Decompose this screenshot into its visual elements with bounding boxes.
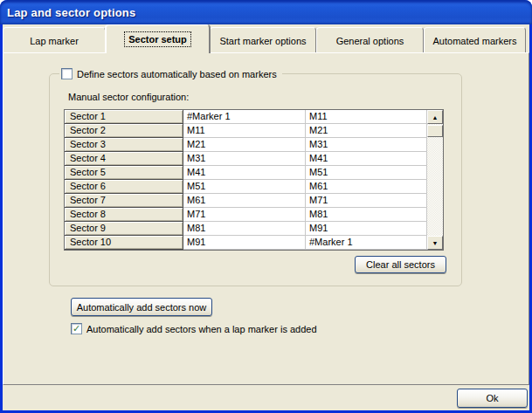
start-marker-cell[interactable]: M11 (183, 124, 306, 138)
tab-automated-markers[interactable]: Automated markers (424, 27, 526, 53)
tab-label: General options (336, 36, 404, 46)
scroll-up-button[interactable]: ▲ (427, 110, 443, 124)
sector-name-cell: Sector 1 (65, 110, 183, 124)
start-marker-cell[interactable]: M71 (183, 208, 306, 222)
end-marker-cell[interactable]: M11 (306, 110, 427, 124)
checkmark-icon: ✓ (73, 324, 80, 334)
checkbox-label: Define sectors automatically based on ma… (77, 69, 277, 79)
start-marker-cell[interactable]: M21 (183, 138, 306, 152)
start-marker-cell[interactable]: M91 (183, 236, 306, 250)
table-row: Sector 8 M71 M81 (65, 208, 427, 222)
checkbox-box[interactable]: ✓ (71, 323, 82, 334)
window-title: Lap and sector options (0, 6, 135, 19)
start-marker-cell[interactable]: #Marker 1 (183, 110, 306, 124)
sector-name-cell: Sector 3 (65, 138, 183, 152)
start-marker-cell[interactable]: M51 (183, 180, 306, 194)
scroll-down-button[interactable]: ▼ (427, 236, 443, 250)
end-marker-cell[interactable]: M81 (306, 208, 427, 222)
end-marker-cell[interactable]: M31 (306, 138, 427, 152)
start-marker-cell[interactable]: M81 (183, 222, 306, 236)
sector-setup-page: ✓ Define sectors automatically based on … (3, 52, 529, 385)
table-row: Sector 10 M91 #Marker 1 (65, 236, 427, 250)
dialog-body: Lap marker Sector setup Start marker opt… (3, 24, 529, 410)
ok-button[interactable]: Ok (457, 389, 528, 408)
scroll-down-icon: ▼ (432, 240, 439, 246)
table-scrollbar[interactable]: ▲ ▼ (427, 110, 443, 250)
end-marker-cell[interactable]: M21 (306, 124, 427, 138)
auto-add-checkbox[interactable]: ✓ Automatically add sectors when a lap m… (71, 323, 317, 334)
table-row: Sector 3 M21 M31 (65, 138, 427, 152)
table-row: Sector 9 M81 M91 (65, 222, 427, 236)
sector-name-cell: Sector 4 (65, 152, 183, 166)
sector-name-cell: Sector 5 (65, 166, 183, 180)
table-row: Sector 2 M11 M21 (65, 124, 427, 138)
checkbox-label: Automatically add sectors when a lap mar… (86, 324, 317, 334)
sector-table-rows: Sector 1 #Marker 1 M11 Sector 2 M11 M21 … (65, 110, 427, 250)
start-marker-cell[interactable]: M61 (183, 194, 306, 208)
sector-name-cell: Sector 7 (65, 194, 183, 208)
table-row: Sector 7 M61 M71 (65, 194, 427, 208)
tab-label: Sector setup (125, 32, 190, 46)
sector-table: Sector 1 #Marker 1 M11 Sector 2 M11 M21 … (64, 109, 444, 251)
end-marker-cell[interactable]: M71 (306, 194, 427, 208)
tab-label: Start marker options (219, 36, 306, 46)
title-bar[interactable]: Lap and sector options (0, 0, 532, 24)
add-sectors-now-button[interactable]: Automatically add sectors now (71, 298, 212, 316)
sector-name-cell: Sector 9 (65, 222, 183, 236)
dialog-window: Lap and sector options Lap marker Sector… (0, 0, 532, 413)
define-sectors-checkbox[interactable]: ✓ Define sectors automatically based on … (59, 68, 282, 79)
scroll-up-icon: ▲ (432, 114, 439, 120)
manual-config-label: Manual sector configuration: (68, 92, 189, 102)
tab-label: Lap marker (30, 36, 79, 46)
table-row: Sector 6 M51 M61 (65, 180, 427, 194)
sector-name-cell: Sector 6 (65, 180, 183, 194)
end-marker-cell[interactable]: #Marker 1 (306, 236, 427, 250)
sector-name-cell: Sector 2 (65, 124, 183, 138)
tab-start-marker-options[interactable]: Start marker options (210, 27, 316, 53)
end-marker-cell[interactable]: M41 (306, 152, 427, 166)
tab-general-options[interactable]: General options (316, 27, 424, 53)
clear-all-sectors-button[interactable]: Clear all sectors (355, 256, 446, 273)
table-row: Sector 5 M41 M51 (65, 166, 427, 180)
end-marker-cell[interactable]: M61 (306, 180, 427, 194)
start-marker-cell[interactable]: M41 (183, 166, 306, 180)
sector-name-cell: Sector 10 (65, 236, 183, 250)
tab-lap-marker[interactable]: Lap marker (3, 27, 106, 53)
scroll-thumb[interactable] (427, 125, 443, 137)
tab-sector-setup[interactable]: Sector setup (106, 24, 210, 53)
checkbox-box[interactable]: ✓ (61, 68, 73, 79)
table-row: Sector 4 M31 M41 (65, 152, 427, 166)
start-marker-cell[interactable]: M31 (183, 152, 306, 166)
end-marker-cell[interactable]: M91 (306, 222, 427, 236)
tab-label: Automated markers (433, 36, 517, 46)
table-row: Sector 1 #Marker 1 M11 (65, 110, 427, 124)
sector-name-cell: Sector 8 (65, 208, 183, 222)
end-marker-cell[interactable]: M51 (306, 166, 427, 180)
